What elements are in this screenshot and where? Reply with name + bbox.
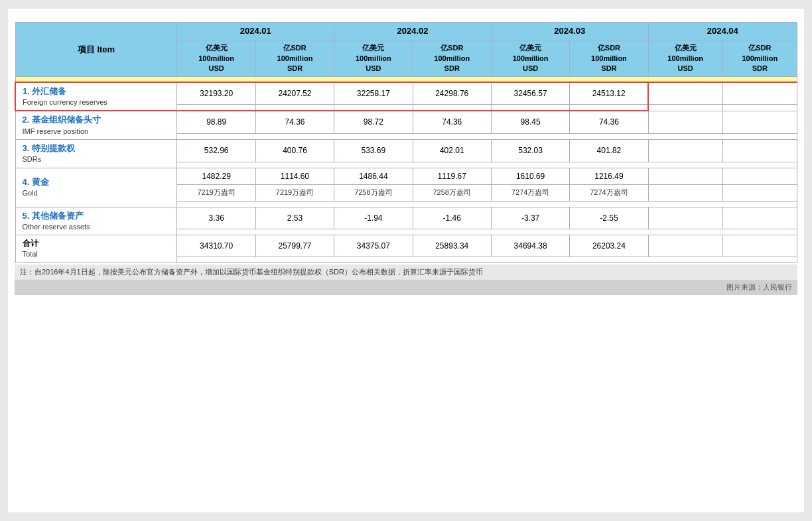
total-val-0: 34310.70	[177, 235, 255, 257]
item4-val-1: 1114.60	[255, 168, 334, 185]
total-label: 合计 Total	[15, 235, 177, 262]
item1-val-0: 32193.20	[177, 82, 255, 105]
note-text: 注：自2016年4月1日起，除按美元公布官方储备资产外，增加以国际货币基金组织特…	[15, 264, 797, 280]
item5-val-1: 2.53	[255, 207, 334, 229]
item5-zh: 5. 其他储备资产	[23, 210, 173, 222]
year-label-2: 2024.03	[554, 26, 585, 36]
item2-val-2: 98.72	[334, 111, 413, 133]
unit-sdr-1: 亿SDR100millionSDR	[413, 40, 491, 77]
table-row: 2. 基金组织储备头寸 IMF reserve position 98.89 7…	[15, 111, 797, 133]
page-wrapper: 项目 Item 2024.01 2024.02 2024.03 2024.04 …	[8, 9, 804, 512]
table-row: 1. 外汇储备 Foreign currency reserves 32193.…	[15, 82, 797, 105]
item3-val-4: 532.03	[491, 140, 569, 162]
item1-zh: 1. 外汇储备	[23, 86, 172, 97]
item2-val-5: 74.36	[570, 111, 648, 133]
total-val-5: 26203.24	[570, 235, 648, 257]
item-header-label: 项目 Item	[78, 44, 115, 54]
unit-usd-2: 亿美元100millionUSD	[491, 40, 569, 77]
item1-val-7	[722, 82, 797, 105]
item2-en: IMF reserve position	[23, 127, 173, 137]
item2-label: 2. 基金组织储备头寸 IMF reserve position	[15, 111, 177, 139]
item1-val-2: 32258.17	[334, 82, 413, 105]
item5-label: 5. 其他储备资产 Other reserve assets	[15, 207, 177, 235]
item1-en: Foreign currency reserves	[23, 97, 172, 107]
item3-label: 3. 特别提款权 SDRs	[15, 140, 177, 168]
item4-val-4: 1610.69	[491, 168, 569, 185]
item2-zh: 2. 基金组织储备头寸	[23, 114, 173, 126]
item2-val-4: 98.45	[491, 111, 569, 133]
item3-val-0: 532.96	[177, 140, 255, 162]
year-label-0: 2024.01	[240, 26, 271, 36]
item2-val-0: 98.89	[177, 111, 255, 133]
total-val-4: 34694.38	[491, 235, 569, 257]
unit-usd-0: 亿美元100millionUSD	[177, 40, 255, 77]
item4-zh: 4. 黄金	[23, 176, 173, 188]
item4-en: Gold	[23, 188, 173, 198]
item1-val-3: 24298.76	[413, 82, 491, 105]
item1-label: 1. 外汇储备 Foreign currency reserves	[15, 82, 177, 111]
item3-en: SDRs	[23, 154, 173, 164]
item4-val-2: 1486.44	[334, 168, 413, 185]
yellow-spacer	[15, 77, 797, 82]
item4-sub-2: 7258万盎司	[334, 185, 413, 201]
year-2024-02: 2024.02	[334, 23, 492, 40]
item3-val-1: 400.76	[255, 140, 334, 162]
unit-sdr-2: 亿SDR100millionSDR	[570, 40, 648, 77]
item5-val-3: -1.46	[413, 207, 491, 229]
total-zh: 合计	[23, 238, 173, 249]
item5-val-0: 3.36	[177, 207, 255, 229]
total-val-1: 25799.77	[255, 235, 334, 257]
table-row: 4. 黄金 Gold 1482.29 1114.60 1486.44 1119.…	[15, 168, 797, 185]
total-en: Total	[23, 249, 173, 259]
item1-val-4: 32456.57	[491, 82, 569, 105]
year-label-1: 2024.02	[397, 26, 429, 36]
item4-sub-1: 7219万盎司	[255, 185, 334, 201]
item2-val-3: 74.36	[413, 111, 491, 133]
item4-val-3: 1119.67	[413, 168, 491, 185]
item4-label: 4. 黄金 Gold	[15, 168, 177, 207]
source-content: 图片来源：人民银行	[726, 283, 792, 291]
table-row-total: 合计 Total 34310.70 25799.77 34375.07 2589…	[15, 235, 797, 257]
item5-val-2: -1.94	[334, 207, 413, 229]
item4-sub-3: 7258万盎司	[413, 185, 491, 201]
item2-val-1: 74.36	[255, 111, 334, 133]
table-row: 5. 其他储备资产 Other reserve assets 3.36 2.53…	[15, 207, 797, 229]
unit-usd-3: 亿美元100millionUSD	[648, 40, 722, 77]
item5-val-5: -2.55	[570, 207, 648, 229]
main-table: 项目 Item 2024.01 2024.02 2024.03 2024.04 …	[15, 22, 797, 263]
total-val-3: 25893.34	[413, 235, 491, 257]
year-2024-03: 2024.03	[491, 23, 648, 40]
note-content: 注：自2016年4月1日起，除按美元公布官方储备资产外，增加以国际货币基金组织特…	[20, 268, 483, 276]
item4-val-0: 1482.29	[177, 168, 255, 185]
item1-val-6	[648, 82, 722, 105]
item4-sub-0: 7219万盎司	[177, 185, 255, 201]
unit-sdr-3: 亿SDR100millionSDR	[722, 40, 797, 77]
unit-usd-1: 亿美元100millionUSD	[334, 40, 413, 77]
table-row: 3. 特别提款权 SDRs 532.96 400.76 533.69 402.0…	[15, 140, 797, 162]
item5-en: Other reserve assets	[23, 222, 173, 232]
item5-val-4: -3.37	[491, 207, 569, 229]
item3-val-3: 402.01	[413, 140, 491, 162]
total-val-2: 34375.07	[334, 235, 413, 257]
year-2024-01: 2024.01	[177, 23, 334, 40]
item3-zh: 3. 特别提款权	[23, 143, 173, 154]
item1-val-5: 24513.12	[570, 82, 648, 105]
source-text: 图片来源：人民银行	[15, 280, 797, 295]
item3-val-5: 401.82	[570, 140, 648, 162]
item3-val-2: 533.69	[334, 140, 413, 162]
item-header: 项目 Item	[15, 23, 177, 77]
year-label-3: 2024.04	[707, 26, 738, 36]
unit-sdr-0: 亿SDR100millionSDR	[255, 40, 334, 77]
year-2024-04: 2024.04	[648, 23, 797, 40]
item1-val-1: 24207.52	[255, 82, 334, 105]
item4-sub-4: 7274万盎司	[491, 185, 569, 201]
item4-sub-5: 7274万盎司	[570, 185, 648, 201]
item4-val-5: 1216.49	[570, 168, 648, 185]
